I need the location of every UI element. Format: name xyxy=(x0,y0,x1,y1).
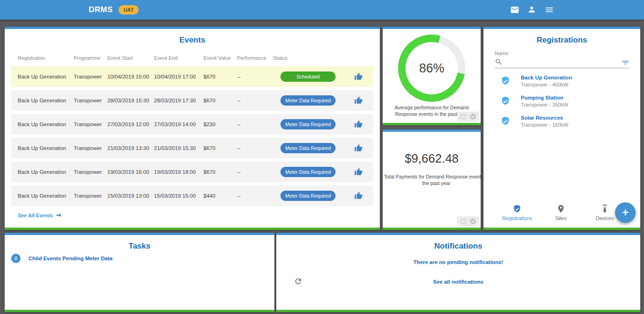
payments-icon-tray xyxy=(457,216,479,226)
clock-icon[interactable] xyxy=(470,218,476,224)
column-header-event-start: Event Start xyxy=(107,55,154,61)
registration-detail: Transpower - 160kW xyxy=(521,122,568,128)
registration-name: Pumping Station xyxy=(521,95,568,100)
event-registration-cell: Back Up Generation xyxy=(18,193,74,199)
performance-icon-tray xyxy=(457,112,479,121)
app-title: DRMS xyxy=(89,5,113,14)
shield-check-icon xyxy=(512,204,522,214)
payments-caption: Total Payments for Demand Response event… xyxy=(383,173,490,186)
status-badge[interactable]: Meter Data Required xyxy=(280,95,336,106)
event-start-cell: 21/03/2019 13:30 xyxy=(107,145,154,151)
account-icon[interactable] xyxy=(527,5,537,14)
events-table-body: Back Up Generation Transpower 10/04/2019… xyxy=(11,66,373,206)
thumbs-up-icon[interactable] xyxy=(343,144,373,152)
event-end-cell: 21/03/2019 15:30 xyxy=(154,145,203,151)
event-start-cell: 28/03/2019 15:30 xyxy=(107,98,154,103)
registration-list-item[interactable]: Solar Resources Transpower - 160kW xyxy=(495,113,636,129)
performance-donut-chart: 86% xyxy=(398,35,465,102)
status-badge[interactable]: Scheduled xyxy=(280,71,336,82)
event-performance-cell: -- xyxy=(237,145,273,151)
event-performance-cell: -- xyxy=(237,74,273,79)
task-item[interactable]: 8 Child Events Pending Meter Data xyxy=(11,254,112,263)
status-badge[interactable]: Meter Data Required xyxy=(280,191,336,201)
status-badge[interactable]: Meter Data Required xyxy=(280,119,336,129)
tab-registrations[interactable]: Registrations xyxy=(495,204,539,221)
thumbs-up-icon[interactable] xyxy=(343,72,373,81)
event-performance-cell: -- xyxy=(237,193,273,199)
event-end-cell: 28/03/2019 17:30 xyxy=(154,98,203,103)
event-start-cell: 10/04/2019 15:00 xyxy=(107,74,154,79)
event-performance-cell: -- xyxy=(237,121,273,127)
event-table-row[interactable]: Back Up Generation Transpower 15/03/2019… xyxy=(11,186,373,206)
status-badge[interactable]: Meter Data Required xyxy=(280,143,336,153)
column-header-registration: Registration xyxy=(18,55,74,61)
payments-total: $9,662.48 xyxy=(383,151,481,166)
event-end-cell: 10/04/2019 17:00 xyxy=(154,74,203,79)
registration-detail: Transpower - 460kW xyxy=(521,82,572,87)
event-end-cell: 27/03/2019 14:00 xyxy=(154,121,203,127)
see-all-events-link[interactable]: See All Events xyxy=(18,212,63,219)
registration-list-item[interactable]: Pumping Station Transpower - 350kW xyxy=(495,93,636,109)
event-value-cell: $670 xyxy=(203,74,237,79)
event-performance-cell: -- xyxy=(237,169,273,175)
notifications-empty-message: There are no pending notifications! xyxy=(276,259,640,265)
event-performance-cell: -- xyxy=(237,98,273,103)
calendar-icon[interactable] xyxy=(460,218,466,224)
performance-value: 86% xyxy=(398,35,465,102)
event-start-cell: 19/03/2019 16:00 xyxy=(107,169,154,175)
registration-list-item[interactable]: Back Up Generation Transpower - 460kW xyxy=(495,73,636,89)
registration-search-input[interactable] xyxy=(506,59,618,66)
registration-list: Back Up Generation Transpower - 460kW Pu… xyxy=(495,73,636,133)
event-value-cell: $440 xyxy=(203,193,237,199)
events-title: Events xyxy=(5,36,380,45)
payments-panel: $9,662.48 Total Payments for Demand Resp… xyxy=(383,129,481,230)
event-programme-cell: Transpower xyxy=(74,169,107,175)
event-start-cell: 27/03/2019 12:00 xyxy=(107,121,154,127)
thumbs-up-icon[interactable] xyxy=(343,192,373,200)
mail-icon[interactable] xyxy=(510,5,519,14)
app-header: DRMS UAT xyxy=(0,0,644,20)
events-table-header: Registration Programme Event Start Event… xyxy=(5,55,380,61)
event-registration-cell: Back Up Generation xyxy=(18,98,74,103)
event-programme-cell: Transpower xyxy=(74,98,107,103)
events-panel: Events Registration Programme Event Star… xyxy=(5,27,380,230)
tab-registrations-label: Registrations xyxy=(495,215,539,221)
event-table-row[interactable]: Back Up Generation Transpower 27/03/2019… xyxy=(11,114,373,135)
see-all-notifications-link[interactable]: See all notifications xyxy=(276,279,640,285)
tab-sites-label: Sites xyxy=(539,215,583,221)
registration-name: Back Up Generation xyxy=(521,75,572,80)
menu-icon[interactable] xyxy=(545,5,554,14)
search-icon xyxy=(495,58,503,66)
event-end-cell: 19/03/2019 18:00 xyxy=(154,169,203,175)
location-pin-icon xyxy=(556,204,566,214)
event-table-row[interactable]: Back Up Generation Transpower 21/03/2019… xyxy=(11,138,373,158)
event-programme-cell: Transpower xyxy=(74,193,107,199)
status-badge[interactable]: Meter Data Required xyxy=(280,167,336,177)
see-all-events-label: See All Events xyxy=(18,213,53,218)
task-count-badge: 8 xyxy=(11,254,21,263)
env-badge: UAT xyxy=(119,5,139,14)
event-start-cell: 15/03/2019 13:00 xyxy=(107,193,154,199)
filter-icon[interactable] xyxy=(622,60,629,66)
registration-name: Solar Resources xyxy=(521,115,568,121)
column-header-status: Status xyxy=(273,55,343,61)
shield-check-icon xyxy=(500,116,511,126)
event-programme-cell: Transpower xyxy=(74,121,107,127)
tasks-title: Tasks xyxy=(5,242,274,251)
event-value-cell: $230 xyxy=(203,121,237,127)
event-table-row[interactable]: Back Up Generation Transpower 28/03/2019… xyxy=(11,90,373,111)
calendar-icon[interactable] xyxy=(460,114,466,120)
add-registration-fab[interactable]: + xyxy=(615,202,636,223)
tab-sites[interactable]: Sites xyxy=(539,204,583,221)
clock-icon[interactable] xyxy=(470,114,476,120)
thumbs-up-icon[interactable] xyxy=(343,96,373,105)
thumbs-up-icon[interactable] xyxy=(343,120,373,128)
event-value-cell: $670 xyxy=(203,98,237,103)
registration-search-row xyxy=(495,56,629,68)
performance-panel: 86% Average performance for Demand Respo… xyxy=(383,27,481,125)
event-registration-cell: Back Up Generation xyxy=(18,74,74,79)
event-table-row[interactable]: Back Up Generation Transpower 19/03/2019… xyxy=(11,162,373,182)
thumbs-up-icon[interactable] xyxy=(343,168,373,176)
event-table-row[interactable]: Back Up Generation Transpower 10/04/2019… xyxy=(11,66,373,87)
event-value-cell: $670 xyxy=(203,145,237,151)
